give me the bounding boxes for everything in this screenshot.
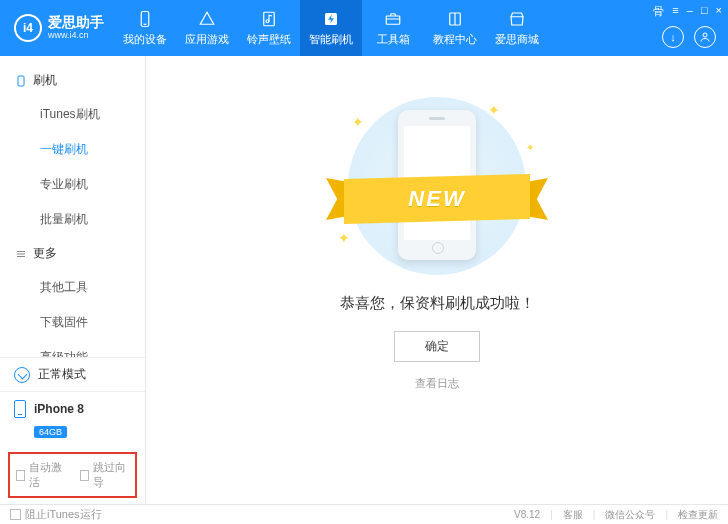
brand-url: www.i4.cn xyxy=(48,31,104,41)
sidebar-item-1-2[interactable]: 高级功能 xyxy=(0,340,145,357)
brand-title: 爱思助手 xyxy=(48,15,104,30)
sidebar-group-1: 更多 xyxy=(0,237,145,270)
book-icon xyxy=(445,9,465,29)
window-controls: ⾻ ≡ – □ × xyxy=(653,4,722,19)
device-icon xyxy=(14,400,26,418)
sidebar-group-title: 更多 xyxy=(33,245,57,262)
top-bar: i4 爱思助手 www.i4.cn 我的设备应用游戏铃声壁纸智能刷机工具箱教程中… xyxy=(0,0,728,56)
apps-icon xyxy=(197,9,217,29)
skin-button[interactable]: ⾻ xyxy=(653,4,664,19)
skip-guide-checkbox[interactable]: 跳过向导 xyxy=(80,460,130,490)
brand: i4 爱思助手 www.i4.cn xyxy=(0,14,114,42)
shop-icon xyxy=(507,9,527,29)
user-icon[interactable] xyxy=(694,26,716,48)
sidebar-item-0-1[interactable]: 一键刷机 xyxy=(0,132,145,167)
auto-activate-checkbox[interactable]: 自动激活 xyxy=(16,460,66,490)
sidebar-item-0-0[interactable]: iTunes刷机 xyxy=(0,97,145,132)
new-ribbon: NEW xyxy=(326,174,548,224)
menu-button[interactable]: ≡ xyxy=(672,4,678,19)
options-highlight: 自动激活 跳过向导 xyxy=(8,452,137,498)
brand-logo-icon: i4 xyxy=(14,14,42,42)
success-illustration: ✦✦✦✦ NEW xyxy=(332,96,542,276)
top-tab-label: 工具箱 xyxy=(377,32,410,47)
top-tab-phone[interactable]: 我的设备 xyxy=(114,0,176,56)
top-tab-toolbox[interactable]: 工具箱 xyxy=(362,0,424,56)
sidebar-group-title: 刷机 xyxy=(33,72,57,89)
device-row[interactable]: iPhone 8 64GB xyxy=(0,392,145,446)
svg-rect-9 xyxy=(18,76,24,86)
svg-point-8 xyxy=(703,33,707,37)
content-area: ✦✦✦✦ NEW 恭喜您，保资料刷机成功啦！ 确定 查看日志 xyxy=(146,56,728,504)
top-tab-label: 我的设备 xyxy=(123,32,167,47)
more-icon xyxy=(14,247,27,260)
block-itunes-checkbox[interactable]: 阻止iTunes运行 xyxy=(10,507,102,522)
wechat-link[interactable]: 微信公众号 xyxy=(605,508,655,522)
storage-badge: 64GB xyxy=(34,426,67,438)
close-button[interactable]: × xyxy=(716,4,722,19)
top-tab-label: 铃声壁纸 xyxy=(247,32,291,47)
flash-icon xyxy=(321,9,341,29)
phone-outline-icon xyxy=(14,74,27,87)
sidebar-item-0-3[interactable]: 批量刷机 xyxy=(0,202,145,237)
toolbox-icon xyxy=(383,9,403,29)
ok-button[interactable]: 确定 xyxy=(394,331,480,362)
mode-row[interactable]: 正常模式 xyxy=(0,358,145,392)
top-tab-apps[interactable]: 应用游戏 xyxy=(176,0,238,56)
svg-rect-5 xyxy=(386,16,400,24)
maximize-button[interactable]: □ xyxy=(701,4,708,19)
top-tab-label: 教程中心 xyxy=(433,32,477,47)
top-tab-label: 智能刷机 xyxy=(309,32,353,47)
top-tabs: 我的设备应用游戏铃声壁纸智能刷机工具箱教程中心爱思商城 xyxy=(114,0,548,56)
top-tab-book[interactable]: 教程中心 xyxy=(424,0,486,56)
device-name: iPhone 8 xyxy=(34,402,84,416)
update-link[interactable]: 检查更新 xyxy=(678,508,718,522)
top-tab-flash[interactable]: 智能刷机 xyxy=(300,0,362,56)
view-log-link[interactable]: 查看日志 xyxy=(146,376,728,391)
support-link[interactable]: 客服 xyxy=(563,508,583,522)
top-tab-label: 爱思商城 xyxy=(495,32,539,47)
top-tab-label: 应用游戏 xyxy=(185,32,229,47)
success-message: 恭喜您，保资料刷机成功啦！ xyxy=(146,294,728,313)
status-bar: 阻止iTunes运行 V8.12 | 客服 | 微信公众号 | 检查更新 xyxy=(0,504,728,524)
sidebar-item-1-1[interactable]: 下载固件 xyxy=(0,305,145,340)
phone-icon xyxy=(135,9,155,29)
sidebar-item-1-0[interactable]: 其他工具 xyxy=(0,270,145,305)
sidebar: 刷机iTunes刷机一键刷机专业刷机批量刷机更多其他工具下载固件高级功能 正常模… xyxy=(0,56,146,504)
music-icon xyxy=(259,9,279,29)
sidebar-item-0-2[interactable]: 专业刷机 xyxy=(0,167,145,202)
download-icon[interactable]: ↓ xyxy=(662,26,684,48)
minimize-button[interactable]: – xyxy=(687,4,693,19)
sidebar-group-0: 刷机 xyxy=(0,64,145,97)
top-tab-music[interactable]: 铃声壁纸 xyxy=(238,0,300,56)
top-tab-shop[interactable]: 爱思商城 xyxy=(486,0,548,56)
version-label: V8.12 xyxy=(514,509,540,520)
mode-label: 正常模式 xyxy=(38,366,86,383)
mode-icon xyxy=(14,367,30,383)
